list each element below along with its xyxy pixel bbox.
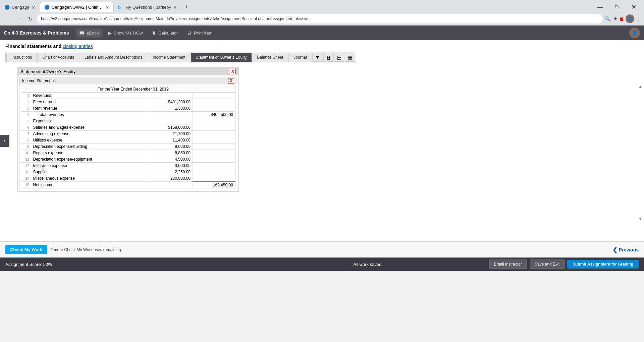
back-button[interactable]: ← [3,14,12,23]
row-amt1-3: 1,300.00 [150,105,193,112]
save-exit-button[interactable]: Save and Exit [530,260,565,269]
minimize-button[interactable]: — [592,2,608,12]
row-amt1-14: 230,800.00 [150,175,193,182]
user-avatar[interactable]: 👤 [629,27,640,38]
row-num-11: 11 [21,156,31,163]
row-amt1-4 [150,112,193,118]
check-remaining-text: 2 more Check My Work uses remaining. [51,247,122,252]
row-amt1-8: 11,400.00 [150,137,193,144]
financial-title-text: Financial statements and [5,44,63,49]
showme-button[interactable]: ▶ Show Me HOw [105,28,146,38]
browser-tab-bartleby[interactable]: b My Questions | bartleby ✕ [114,2,181,12]
browser-tab-cengage[interactable]: 🔵 Cengage ✕ [0,2,40,12]
tab-balance-sheet[interactable]: Balance Sheet [252,53,288,62]
table-row: 11 Depreciation expense-equipment 4,500.… [21,156,235,163]
check-my-work-button[interactable]: Check My Work [5,245,47,254]
row-label-15: Net income [31,182,150,188]
table-row: 14 Miscellaneous expense 230,800.00 [21,175,235,182]
closing-entries-link[interactable]: closing entries [63,44,93,49]
income-statement-close[interactable]: X [228,78,234,83]
forward-button[interactable]: → [14,14,23,23]
row-amt2-1 [193,93,235,99]
table-row: 6 Salaries and wages expense $168,000.00 [21,124,235,131]
submit-assignment-button[interactable]: Submit Assignment for Grading [567,260,639,269]
status-buttons: Email Instructor Save and Exit Submit As… [489,260,639,269]
row-amt1-12: 3,000.00 [150,163,193,169]
previous-chevron-icon: ❮ [612,246,618,253]
tab-icon-cengagenow: 🔵 [44,5,50,10]
row-amt1-2: $401,200.00 [150,99,193,105]
row-amt2-12 [193,163,235,169]
tab-dropdown-button[interactable]: ▼ [312,53,323,62]
new-tab-button[interactable]: + [181,4,192,11]
table-row: 1 Revenues: [21,93,235,99]
previous-button[interactable]: ❮ Previous [612,246,639,253]
scroll-down-arrow[interactable]: ▼ [638,216,643,221]
owners-equity-close[interactable]: X [230,69,236,74]
close-button[interactable]: ✕ [626,2,641,12]
table-title-row: For the Year Ended December 31, 2019 [21,86,235,93]
print-label: Print Item [194,31,213,36]
row-num-7: 7 [21,131,31,137]
tab-view-btn-1[interactable]: ▦ [323,53,334,62]
ebook-button[interactable]: 📖 eBook [76,28,102,38]
tab-close-bartleby[interactable]: ✕ [173,5,177,10]
row-amt1-5 [150,118,193,124]
tab-chart-of-accounts[interactable]: Chart of Accounts [37,53,79,62]
app-chapter-title: Ch 4-3 Exercises & Problems [4,30,69,36]
tab-income-statement[interactable]: Income Statement [148,53,190,62]
income-statement-header: Income Statement X [19,77,237,84]
search-icon[interactable]: 🔍 [605,16,611,22]
tab-journal[interactable]: Journal [288,53,312,62]
row-amt2-14 [193,175,235,182]
table-row: 2 Fees earned $401,200.00 [21,99,235,105]
tab-owners-equity[interactable]: Statement of Owner's Equity [191,53,252,62]
row-label-12: Insurance expense [31,163,150,169]
financial-title: Financial statements and closing entries [5,44,639,49]
row-num-15: 15 [21,182,31,188]
print-button[interactable]: 🖨 Print Item [184,28,216,38]
calculator-button[interactable]: 🖩 Calculator [149,28,181,38]
tab-title-bartleby: My Questions | bartleby [125,5,171,10]
row-num-5: 5 [21,118,31,124]
profile-avatar[interactable]: 👤 [626,14,634,23]
row-amt1-13: 2,250.00 [150,169,193,175]
address-input[interactable] [37,14,603,23]
tab-close-cengagenow[interactable]: ✕ [105,5,109,10]
maximize-button[interactable]: ⧉ [609,2,625,12]
side-expand-button[interactable]: › [0,135,9,147]
bookmark-icon[interactable]: ★ [613,16,618,22]
tab-labels[interactable]: Labels and Amount Descriptions [79,53,147,62]
table-row: 12 Insurance expense 3,000.00 [21,163,235,169]
row-label-3: Rent revenue [31,105,150,112]
reload-button[interactable]: ↻ [25,14,35,23]
tab-view-btn-2[interactable]: ▤ [334,53,344,62]
tab-instructions[interactable]: Instructions [6,53,37,62]
email-instructor-button[interactable]: Email Instructor [489,260,527,269]
row-amt1-11: 4,500.00 [150,156,193,163]
row-amt2-9 [193,144,235,150]
row-amt2-8 [193,137,235,144]
row-label-5: Expenses: [31,118,150,124]
table-row: 7 Advertising expense 21,700.00 [21,131,235,137]
owners-equity-header: Statement of Owner's Equity X [18,67,238,75]
extension-icon[interactable]: ◼ [620,16,624,22]
browser-tab-cengagenow[interactable]: 🔵 CengageNOWv2 | Online teachin... ✕ [40,2,114,12]
status-bar: Assignment Score: 50% All work saved. Em… [0,258,644,271]
scroll-up-arrow[interactable]: ▲ [638,84,643,89]
row-amt2-15: 169,450.00 [193,182,235,188]
row-amt1-7: 21,700.00 [150,131,193,137]
address-icons: 🔍 ★ ◼ 👤 ⋮ [605,14,641,23]
table-row: 8 Utilities expense 11,400.00 [21,137,235,144]
tab-view-btn-3[interactable]: ▦ [345,53,355,62]
tab-close-cengage[interactable]: ✕ [32,5,36,10]
row-label-9: Depreciation expense-building [31,144,150,150]
menu-icon[interactable]: ⋮ [636,16,641,22]
row-amt2-13 [193,169,235,175]
app-header: Ch 4-3 Exercises & Problems 📖 eBook ▶ Sh… [0,25,644,40]
row-amt2-4: $402,500.00 [193,112,235,118]
row-amt1-6: $168,000.00 [150,124,193,131]
table-row: 5 Expenses: [21,118,235,124]
ebook-label: eBook [87,31,99,36]
income-statement-table: For the Year Ended December 31, 2019 1 R… [21,86,235,188]
